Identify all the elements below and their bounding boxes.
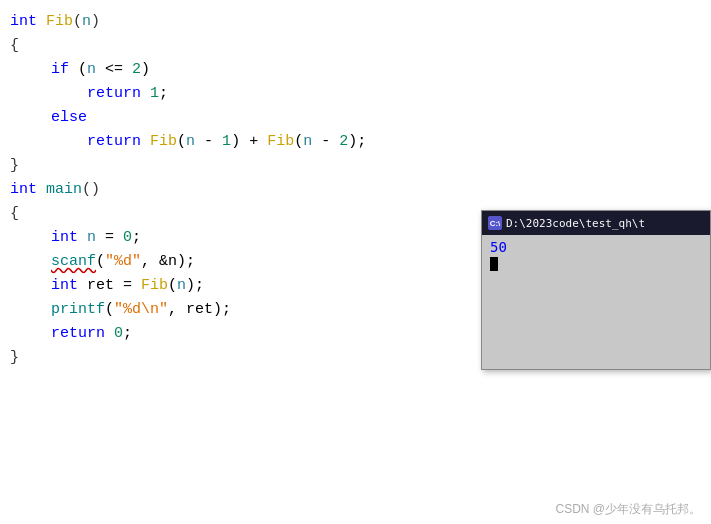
function-printf: printf [51, 298, 105, 322]
code-line-3: if ( n <= 2 ) [0, 58, 711, 82]
function-scanf: scanf [51, 250, 96, 274]
keyword-int-main: int [10, 178, 37, 202]
code-line-7: } [0, 154, 711, 178]
terminal-window[interactable]: C:\ D:\2023code\test_qh\t 50 [481, 210, 711, 370]
keyword-int-1: int [10, 10, 37, 34]
code-line-2: { [0, 34, 711, 58]
terminal-cursor [490, 257, 498, 271]
function-main: main [46, 178, 82, 202]
terminal-body: 50 [482, 235, 710, 369]
code-line-4: return 1 ; [0, 82, 711, 106]
terminal-icon: C:\ [488, 216, 502, 230]
terminal-output: 50 [490, 239, 702, 255]
function-fib: Fib [46, 10, 73, 34]
code-line-1: int Fib ( n ) [0, 10, 711, 34]
code-line-5: else [0, 106, 711, 130]
watermark: CSDN @少年没有乌托邦。 [555, 501, 701, 518]
terminal-titlebar: C:\ D:\2023code\test_qh\t [482, 211, 710, 235]
code-editor: int Fib ( n ) { if ( n <= 2 ) return 1 ; [0, 0, 711, 524]
code-line-8: int main () [0, 178, 711, 202]
terminal-title: D:\2023code\test_qh\t [506, 217, 645, 230]
code-line-6: return Fib ( n - 1 ) + Fib ( n - 2 ); [0, 130, 711, 154]
